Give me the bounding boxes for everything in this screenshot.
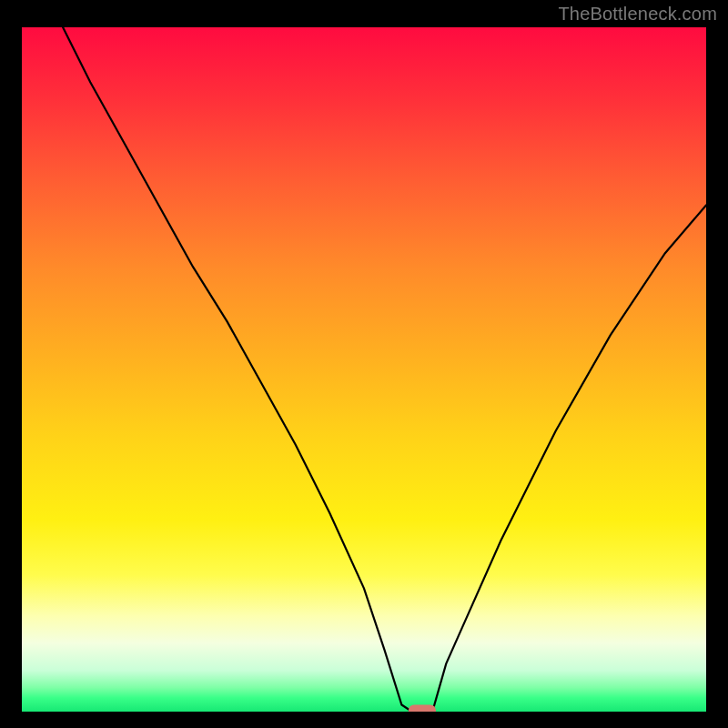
bottleneck-curve-path	[63, 27, 706, 712]
watermark-text: TheBottleneck.com	[558, 4, 717, 25]
chart-frame: TheBottleneck.com	[0, 0, 728, 728]
optimal-marker	[409, 705, 436, 713]
plot-area	[22, 27, 706, 712]
curve-svg	[22, 27, 706, 712]
